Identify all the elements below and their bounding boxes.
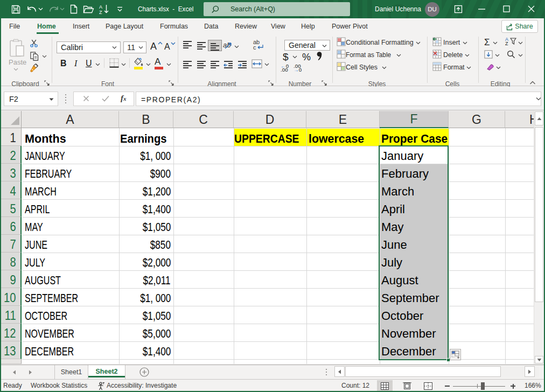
svg-text:A: A: [99, 4, 102, 10]
svg-text:Z: Z: [99, 10, 102, 15]
